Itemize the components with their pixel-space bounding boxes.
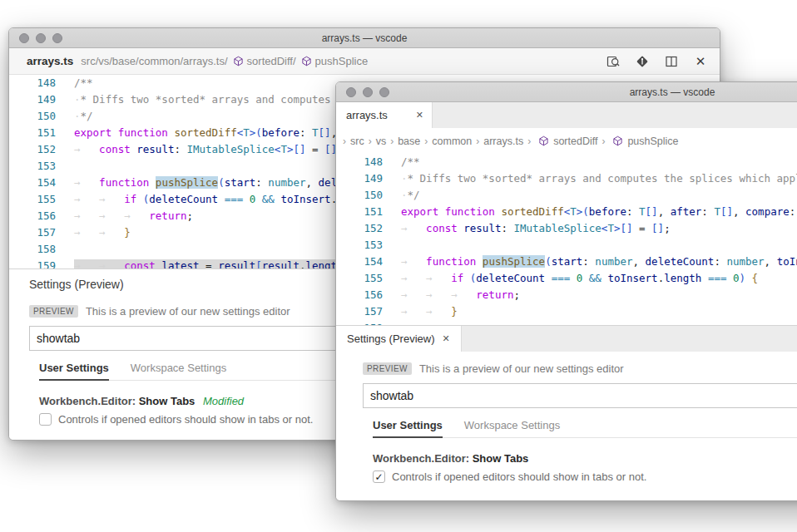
settings-search-input[interactable]: [363, 383, 797, 408]
symbol-label: pushSplice: [315, 55, 369, 67]
settings-preview-panel: PREVIEW This is a preview of our new set…: [336, 352, 797, 500]
line-number: 151: [336, 204, 383, 220]
preview-description: This is a preview of our new settings ed…: [86, 305, 290, 318]
line-number: 148: [336, 154, 383, 170]
symbol-label: pushSplice: [627, 135, 678, 147]
code-line[interactable]: 149·* Diffs two *sorted* arrays and comp…: [336, 170, 797, 187]
file-name-label: arrays.ts: [27, 55, 73, 67]
setting-category-label: Workbench.Editor:: [373, 452, 469, 465]
code-line[interactable]: 153: [336, 237, 797, 254]
titlebar[interactable]: arrays.ts — vscode: [336, 82, 797, 102]
line-number: 158: [336, 320, 383, 325]
code-line[interactable]: 152→ const result: IMutableSplice<T>[] =…: [336, 220, 797, 237]
setting-description: Controls if opened editors should show i…: [392, 470, 646, 483]
preview-badge: PREVIEW: [363, 362, 412, 375]
code-line[interactable]: 158: [336, 320, 797, 325]
chevron-right-icon: ›: [601, 135, 605, 147]
symbol-icon: [233, 56, 244, 66]
line-number: 148: [9, 75, 56, 91]
tab-workspace-settings[interactable]: Workspace Settings: [131, 362, 226, 380]
tab-user-settings[interactable]: User Settings: [373, 419, 443, 438]
show-tabs-checkbox-checked[interactable]: ✓: [373, 470, 385, 483]
breadcrumb-item[interactable]: base: [398, 135, 420, 147]
setting-name-label: Show Tabs: [139, 395, 196, 407]
line-number: 157: [9, 224, 56, 241]
setting-category-label: Workbench.Editor:: [39, 395, 136, 407]
open-preview-icon[interactable]: [606, 54, 621, 69]
code-line[interactable]: 148/**: [336, 154, 797, 170]
code-line[interactable]: 154→ function pushSplice(start: number, …: [336, 254, 797, 270]
check-icon: ✓: [374, 471, 383, 483]
close-icon[interactable]: ✕: [442, 333, 449, 344]
line-number: 149: [336, 170, 383, 187]
line-number: 150: [336, 187, 383, 204]
tab-arrays-ts[interactable]: arrays.ts ✕: [336, 102, 433, 128]
path-label: src/vs/base/common/arrays.ts/: [81, 55, 227, 67]
split-editor-icon[interactable]: [664, 54, 679, 69]
file-path-breadcrumb[interactable]: src/vs/base/common/arrays.ts/ sortedDiff…: [81, 55, 368, 67]
breadcrumb: › src › vs › base › common › arrays.ts ›…: [336, 128, 797, 154]
line-number: 154: [336, 254, 383, 270]
line-number: 156: [336, 287, 383, 303]
line-number: 153: [9, 158, 56, 175]
close-icon[interactable]: ✕: [416, 110, 423, 121]
close-icon[interactable]: ✕: [693, 54, 708, 69]
show-tabs-checkbox-unchecked[interactable]: [39, 413, 52, 426]
line-number: 156: [9, 208, 56, 224]
line-number: 152: [336, 220, 383, 237]
open-changes-icon[interactable]: [635, 54, 650, 69]
line-number: 151: [9, 125, 56, 141]
chevron-right-icon: ›: [369, 135, 372, 147]
vscode-window-with-tabs: arrays.ts — vscode arrays.ts ✕ › src › v…: [335, 81, 797, 501]
code-editor[interactable]: 148/**149·* Diffs two *sorted* arrays an…: [336, 154, 797, 325]
line-number: 159: [9, 258, 56, 268]
symbol-label: sortedDiff: [553, 135, 597, 147]
symbol-icon: [612, 135, 623, 146]
breadcrumb-item[interactable]: src: [350, 135, 364, 147]
tab-user-settings[interactable]: User Settings: [39, 362, 109, 381]
tab-label: Settings (Preview): [347, 332, 434, 345]
code-line[interactable]: 150·*/: [336, 187, 797, 204]
chevron-right-icon: ›: [424, 135, 428, 147]
line-number: 155: [9, 191, 56, 208]
tab-workspace-settings[interactable]: Workspace Settings: [464, 419, 560, 437]
chevron-right-icon: ›: [390, 135, 394, 147]
code-line[interactable]: 157→ → }: [336, 303, 797, 320]
window-title: arrays.ts — vscode: [9, 28, 720, 48]
titlebar[interactable]: arrays.ts — vscode: [9, 28, 720, 48]
code-line[interactable]: 155→ → if (deleteCount === 0 && toInsert…: [336, 270, 797, 287]
line-number: 154: [9, 175, 56, 191]
breadcrumb-item[interactable]: common: [432, 135, 472, 147]
modified-badge: Modified: [203, 395, 244, 407]
line-number: 157: [336, 303, 383, 320]
settings-tab-strip: Settings (Preview) ✕: [336, 325, 797, 352]
breadcrumb-item[interactable]: arrays.ts: [483, 135, 523, 147]
chevron-right-icon: ›: [343, 135, 346, 147]
breadcrumb-item[interactable]: vs: [376, 135, 387, 147]
tab-label: arrays.ts: [346, 109, 388, 121]
symbol-label: sortedDiff/: [247, 55, 296, 67]
chevron-right-icon: ›: [476, 135, 479, 147]
setting-name-label: Show Tabs: [473, 452, 529, 465]
preview-description: This is a preview of our new settings ed…: [419, 362, 624, 375]
editor-tab-strip: arrays.ts ✕: [336, 102, 797, 128]
chevron-right-icon: ›: [527, 135, 531, 147]
window-title: arrays.ts — vscode: [336, 82, 797, 102]
editor-title-bar: arrays.ts src/vs/base/common/arrays.ts/ …: [9, 48, 720, 75]
setting-show-tabs: Workbench.Editor: Show Tabs ✓ Controls i…: [373, 452, 797, 483]
line-number: 152: [9, 141, 56, 158]
line-number: 149: [9, 91, 56, 108]
breadcrumb-symbol[interactable]: sortedDiff: [535, 135, 597, 147]
code-line[interactable]: 156→ → → return;: [336, 287, 797, 303]
symbol-icon: [538, 135, 549, 146]
tab-settings-preview[interactable]: Settings (Preview) ✕: [336, 326, 462, 352]
setting-description: Controls if opened editors should show i…: [58, 413, 313, 426]
line-number: 158: [9, 241, 56, 258]
preview-badge: PREVIEW: [29, 305, 78, 318]
code-line[interactable]: 151export function sortedDiff<T>(before:…: [336, 204, 797, 220]
symbol-icon: [301, 56, 312, 66]
line-number: 155: [336, 270, 383, 287]
breadcrumb-symbol[interactable]: pushSplice: [609, 135, 678, 147]
line-number: 153: [336, 237, 383, 254]
line-number: 150: [9, 108, 56, 125]
